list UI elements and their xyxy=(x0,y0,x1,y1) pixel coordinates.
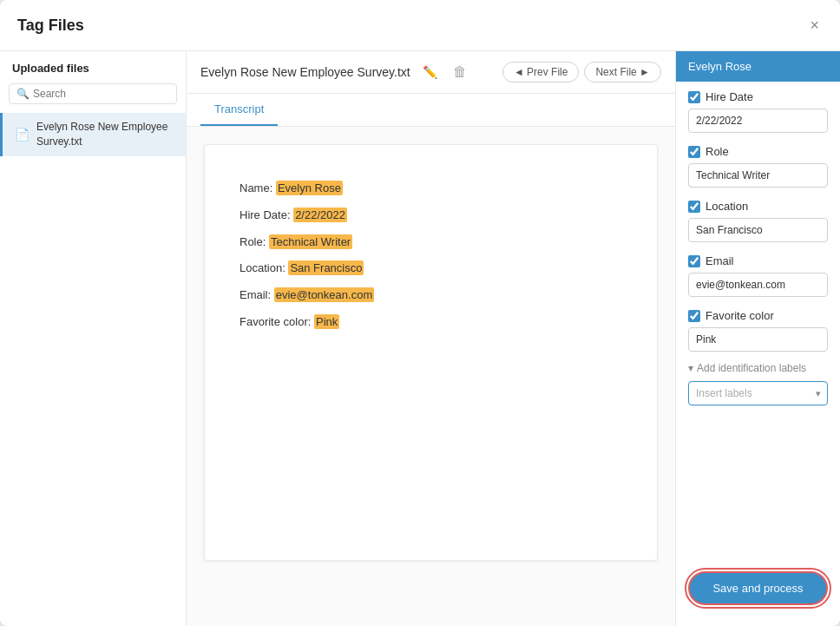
tabs: Transcript xyxy=(187,94,675,127)
label-location: Location xyxy=(705,200,748,213)
checkbox-email[interactable] xyxy=(688,255,700,267)
label-hire-date: Hire Date xyxy=(705,90,753,103)
file-name: Evelyn Rose New Employee Survey.txt xyxy=(36,120,174,149)
checkbox-role[interactable] xyxy=(688,146,700,158)
field-role: Role xyxy=(676,136,840,191)
location-value: San Francisco xyxy=(288,260,364,275)
field-label-row-email: Email xyxy=(688,254,828,267)
right-panel: Evelyn Rose Hire Date Role xyxy=(675,51,840,626)
filename-display: Evelyn Rose New Employee Survey.txt xyxy=(200,65,410,79)
add-labels-text: Add identification labels xyxy=(697,362,806,374)
search-icon: 🔍 xyxy=(16,88,30,100)
add-labels-toggle[interactable]: ▾ Add identification labels xyxy=(688,362,828,374)
doc-line-hire-date: Hire Date: 2/22/2022 xyxy=(240,207,622,225)
prev-file-button[interactable]: ◄ Prev File xyxy=(502,62,580,82)
main-content: Evelyn Rose New Employee Survey.txt ✏️ 🗑… xyxy=(187,51,675,626)
field-label-row-hire-date: Hire Date xyxy=(688,90,828,103)
hire-date-value: 2/22/2022 xyxy=(293,208,347,222)
label-role: Role xyxy=(705,145,729,158)
name-prefix: Name: xyxy=(240,181,276,194)
sidebar: Uploaded files 🔍 📄 Evelyn Rose New Emplo… xyxy=(0,51,187,626)
document-paper: Name: Evelyn Rose Hire Date: 2/22/2022 R… xyxy=(204,144,658,561)
nav-buttons: ◄ Prev File Next File ► xyxy=(502,62,661,82)
field-favorite-color: Favorite color xyxy=(676,300,840,355)
input-email[interactable] xyxy=(688,273,828,297)
delete-file-button[interactable]: 🗑 xyxy=(450,63,470,82)
doc-line-location: Location: San Francisco xyxy=(240,260,622,278)
modal-body: Uploaded files 🔍 📄 Evelyn Rose New Emplo… xyxy=(0,51,840,626)
email-value: evie@tonkean.com xyxy=(274,287,374,302)
field-label-row-color: Favorite color xyxy=(688,309,828,322)
doc-line-role: Role: Technical Writer xyxy=(240,234,622,252)
modal-title: Tag Files xyxy=(17,16,84,35)
field-email: Email xyxy=(676,246,840,300)
tab-transcript[interactable]: Transcript xyxy=(200,94,278,126)
doc-line-name: Name: Evelyn Rose xyxy=(240,180,622,198)
label-email: Email xyxy=(705,254,734,267)
chevron-down-icon: ▾ xyxy=(688,362,693,374)
labels-select[interactable]: Insert labels xyxy=(688,381,828,405)
save-and-process-button[interactable]: Save and process xyxy=(688,571,828,605)
input-hire-date[interactable] xyxy=(688,109,828,133)
add-labels-section: ▾ Add identification labels Insert label… xyxy=(676,355,840,409)
location-prefix: Location: xyxy=(240,261,288,274)
doc-line-email: Email: evie@tonkean.com xyxy=(240,287,622,305)
tag-files-modal: Tag Files × Uploaded files 🔍 📄 Evelyn Ro… xyxy=(0,0,840,626)
close-button[interactable]: × xyxy=(806,14,823,36)
field-label-row-location: Location xyxy=(688,200,828,213)
color-prefix: Favorite color: xyxy=(240,315,314,328)
file-icon: 📄 xyxy=(15,128,30,142)
label-favorite-color: Favorite color xyxy=(705,309,774,322)
file-item[interactable]: 📄 Evelyn Rose New Employee Survey.txt xyxy=(0,113,186,156)
save-btn-wrapper: Save and process xyxy=(676,557,840,612)
content-header: Evelyn Rose New Employee Survey.txt ✏️ 🗑… xyxy=(187,51,675,94)
labels-dropdown-wrapper: Insert labels ▾ xyxy=(688,381,828,405)
search-box: 🔍 xyxy=(9,83,177,104)
color-value: Pink xyxy=(314,314,339,329)
hire-date-prefix: Hire Date: xyxy=(240,208,293,221)
email-prefix: Email: xyxy=(240,288,274,301)
input-role[interactable] xyxy=(688,163,828,188)
transcript-area: Name: Evelyn Rose Hire Date: 2/22/2022 R… xyxy=(187,127,675,626)
modal-header: Tag Files × xyxy=(0,0,840,51)
checkbox-hire-date[interactable] xyxy=(688,91,700,103)
doc-line-color: Favorite color: Pink xyxy=(240,313,622,332)
input-location[interactable] xyxy=(688,218,828,242)
field-hire-date: Hire Date xyxy=(676,82,840,136)
name-banner: Evelyn Rose xyxy=(676,51,840,82)
name-value: Evelyn Rose xyxy=(276,181,343,195)
edit-filename-button[interactable]: ✏️ xyxy=(419,63,441,81)
role-value: Technical Writer xyxy=(269,234,352,249)
field-location: Location xyxy=(676,191,840,246)
field-label-row-role: Role xyxy=(688,145,828,158)
input-favorite-color[interactable] xyxy=(688,327,828,352)
sidebar-header: Uploaded files xyxy=(0,62,186,83)
checkbox-location[interactable] xyxy=(688,201,700,213)
role-prefix: Role: xyxy=(240,235,269,248)
next-file-button[interactable]: Next File ► xyxy=(584,62,661,82)
checkbox-favorite-color[interactable] xyxy=(688,310,700,322)
search-input[interactable] xyxy=(33,88,169,100)
